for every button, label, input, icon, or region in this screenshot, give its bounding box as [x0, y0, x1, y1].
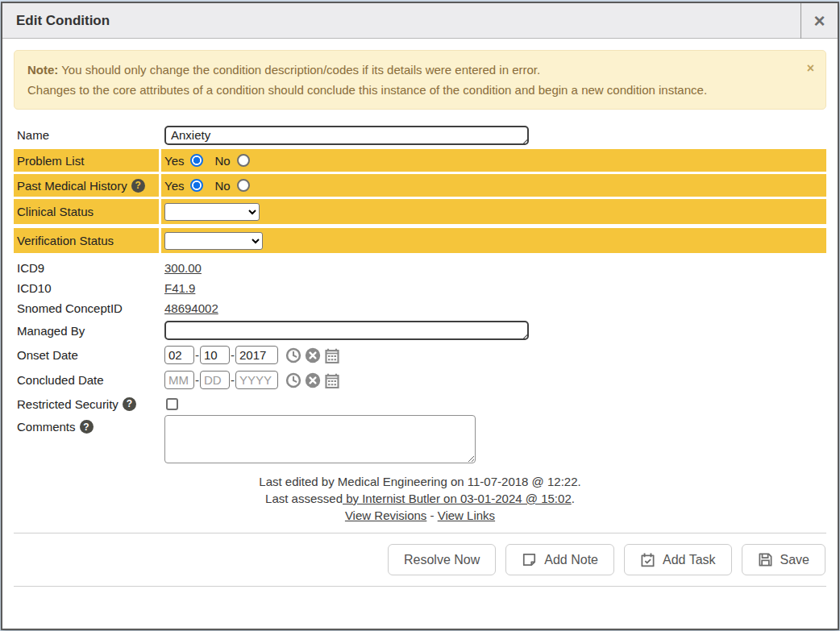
view-links-link[interactable]: View Links	[438, 509, 495, 522]
verification-status-label: Verification Status	[14, 228, 159, 253]
concluded-month-input[interactable]	[164, 371, 194, 389]
icd10-label: ICD10	[14, 278, 159, 298]
note-line2: Changes to the core attributes of a cond…	[27, 80, 813, 100]
add-task-label: Add Task	[663, 553, 716, 567]
clinical-status-label: Clinical Status	[14, 199, 159, 224]
view-links-line: View Revisions - View Links	[2, 509, 838, 522]
clinical-status-select[interactable]	[164, 203, 260, 221]
concluded-day-input[interactable]	[200, 371, 230, 389]
snomed-row: Snomed ConceptID 48694002	[14, 298, 826, 318]
date-separator: -	[231, 373, 235, 387]
onset-day-input[interactable]	[200, 346, 230, 364]
icd9-label: ICD9	[14, 258, 159, 278]
managed-by-row: Managed By	[14, 318, 826, 342]
dialog-title: Edit Condition	[2, 13, 800, 29]
date-separator: -	[195, 348, 199, 362]
problem-list-row: Problem List Yes No	[14, 149, 826, 172]
save-button[interactable]: Save	[742, 544, 825, 575]
restricted-security-checkbox[interactable]	[166, 398, 178, 410]
condition-form: Name Problem List Yes No Past Medical Hi…	[14, 125, 826, 463]
last-assessed-prefix: Last assessed	[265, 492, 343, 505]
audit-info: Last edited by Medical Engineering on 11…	[2, 473, 838, 507]
resolve-now-button[interactable]: Resolve Now	[388, 544, 496, 575]
date-separator: -	[195, 373, 199, 387]
name-row: Name	[14, 125, 826, 145]
pmh-yes-radio[interactable]	[190, 179, 203, 192]
last-edited-text: Last edited by Medical Engineering on 11…	[2, 473, 838, 490]
onset-date-label: Onset Date	[14, 342, 159, 367]
links-separator: -	[426, 509, 437, 522]
problem-list-no-radio[interactable]	[237, 154, 250, 167]
note-banner: Note: You should only change the conditi…	[14, 50, 826, 110]
onset-date-row: Onset Date - -	[14, 342, 826, 367]
edit-condition-dialog: Edit Condition × Note: You should only c…	[1, 2, 839, 630]
pmh-no-label: No	[214, 179, 230, 193]
view-revisions-link[interactable]: View Revisions	[345, 509, 426, 522]
onset-now-clock-icon[interactable]	[285, 347, 301, 363]
past-medical-history-label: Past Medical History	[17, 179, 127, 193]
resolve-now-label: Resolve Now	[404, 553, 480, 567]
add-note-label: Add Note	[544, 553, 598, 567]
onset-calendar-icon[interactable]	[324, 347, 340, 363]
past-medical-history-help-icon[interactable]: ?	[131, 179, 145, 193]
name-input[interactable]	[164, 126, 529, 145]
concluded-date-row: Concluded Date - -	[14, 367, 826, 392]
date-separator: -	[231, 348, 235, 362]
banner-close-icon[interactable]: ×	[807, 58, 814, 78]
concluded-date-label: Concluded Date	[14, 367, 159, 392]
pmh-no-radio[interactable]	[237, 179, 250, 192]
managed-by-input[interactable]	[164, 321, 529, 340]
past-medical-history-row: Past Medical History ? Yes No	[14, 174, 826, 197]
icd9-row: ICD9 300.00	[14, 258, 826, 278]
icd10-row: ICD10 F41.9	[14, 278, 826, 298]
verification-status-select[interactable]	[164, 232, 263, 250]
restricted-security-row: Restricted Security ?	[14, 392, 826, 415]
comments-help-icon[interactable]: ?	[80, 420, 94, 434]
note-line1: Note: You should only change the conditi…	[27, 60, 813, 80]
problem-list-no-label: No	[214, 154, 230, 168]
problem-list-label: Problem List	[14, 149, 159, 172]
comments-textarea[interactable]	[164, 415, 476, 463]
onset-clear-icon[interactable]	[305, 347, 321, 363]
restricted-security-help-icon[interactable]: ?	[123, 397, 136, 411]
close-icon[interactable]: ×	[800, 3, 838, 39]
concluded-calendar-icon[interactable]	[324, 372, 340, 388]
restricted-security-label: Restricted Security	[17, 397, 119, 411]
footer-top-divider	[14, 533, 826, 533]
comments-label: Comments	[17, 420, 76, 434]
icd9-code-link[interactable]: 300.00	[164, 261, 202, 275]
last-assessed-suffix: .	[572, 492, 575, 505]
note-text1: You should only change the condition des…	[58, 63, 540, 77]
save-label: Save	[780, 553, 809, 567]
save-icon	[758, 552, 773, 567]
problem-list-yes-radio[interactable]	[190, 154, 203, 167]
snomed-code-link[interactable]: 48694002	[164, 301, 218, 315]
concluded-clear-icon[interactable]	[305, 372, 321, 388]
footer-bottom-divider	[14, 586, 826, 587]
clinical-status-row: Clinical Status	[14, 199, 826, 224]
comments-row: Comments ?	[14, 415, 826, 463]
managed-by-label: Managed By	[14, 318, 159, 342]
problem-list-yes-label: Yes	[164, 154, 184, 168]
onset-year-input[interactable]	[235, 346, 278, 364]
name-label: Name	[14, 125, 159, 145]
add-note-button[interactable]: Add Note	[505, 544, 614, 575]
note-prefix: Note:	[27, 63, 58, 77]
concluded-now-clock-icon[interactable]	[285, 372, 301, 388]
action-button-row: Resolve Now Add Note Add Task Save	[2, 544, 825, 575]
concluded-year-input[interactable]	[235, 371, 278, 389]
snomed-label: Snomed ConceptID	[14, 298, 159, 318]
last-assessed-link[interactable]: by Internist Butler on 03-01-2024 @ 15:0…	[343, 492, 572, 505]
dialog-header: Edit Condition ×	[2, 3, 838, 39]
onset-month-input[interactable]	[164, 346, 194, 364]
note-icon	[522, 552, 537, 567]
icd10-code-link[interactable]: F41.9	[164, 281, 195, 295]
pmh-yes-label: Yes	[164, 179, 184, 193]
verification-status-row: Verification Status	[14, 228, 826, 253]
calendar-task-icon	[640, 552, 655, 567]
add-task-button[interactable]: Add Task	[624, 544, 732, 575]
last-assessed-text: Last assessed by Internist Butler on 03-…	[2, 490, 838, 507]
